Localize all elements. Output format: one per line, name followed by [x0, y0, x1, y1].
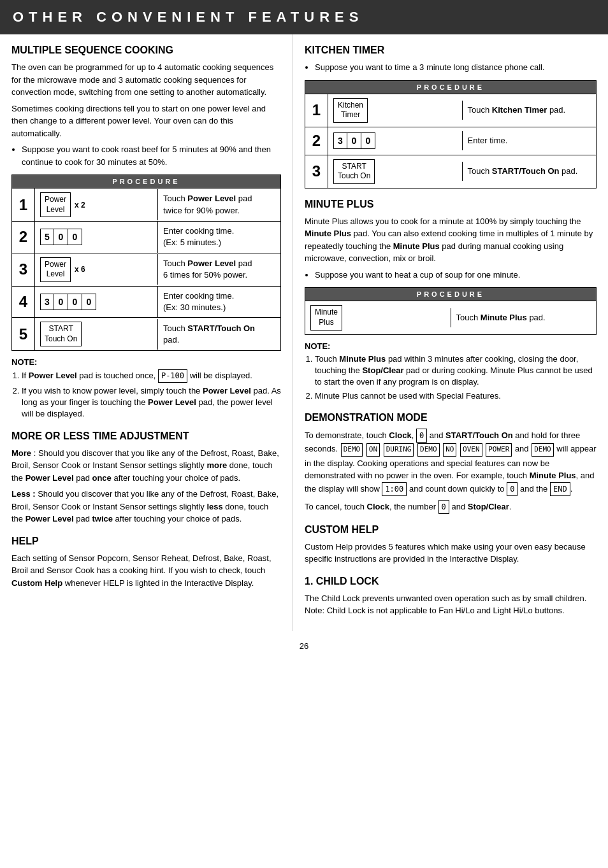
proc-action-2: 5 0 0 — [35, 225, 157, 249]
help-text: Each setting of Sensor Popcorn, Sensor R… — [11, 552, 281, 590]
bold-twice: twice — [92, 514, 113, 523]
bold-note-power-level-3: Power Level — [148, 397, 196, 407]
note-1: If Power Level pad is touched once, P-10… — [22, 369, 281, 383]
minute-bullets: Suppose you want to heat a cup of soup f… — [315, 269, 597, 281]
procedure-box-seq: PROCEDURE 1 PowerLevel x 2 Touch Power L… — [11, 174, 281, 351]
power-level-pad-1: PowerLevel — [40, 192, 71, 217]
bold-start-touch-on-kitchen: START/Touch On — [492, 166, 560, 176]
section-minute-plus: MINUTE PLUS — [305, 199, 597, 210]
multiplier-1: x 2 — [75, 201, 85, 210]
page-header: OTHER CONVENIENT FEATURES — [0, 0, 608, 34]
kitchen-digit-3: 3 — [333, 132, 347, 149]
less-text: Less : Should you discover that you like… — [11, 488, 281, 525]
bold-minute-plus-2: Minute Plus — [393, 241, 440, 251]
demo-p1: To demonstrate, touch Clock, 0 and START… — [305, 429, 597, 496]
proc-num-3: 3 — [12, 253, 35, 286]
demo-box-power: POWER — [486, 443, 512, 457]
bold-start-touch-on: START/Touch On — [187, 324, 255, 333]
page: OTHER CONVENIENT FEATURES MULTIPLE SEQUE… — [0, 0, 608, 651]
procedure-header-kitchen: PROCEDURE — [305, 81, 596, 94]
proc-action-1: PowerLevel x 2 — [35, 189, 157, 221]
proc-action-4: 3 0 0 0 — [35, 290, 157, 314]
procedure-box-kitchen: PROCEDURE 1 KitchenTimer Touch Kitchen T… — [305, 80, 597, 189]
kitchen-proc-action-3: STARTTouch On — [328, 155, 462, 188]
kitchen-digit-0b: 0 — [361, 132, 375, 149]
content-area: MULTIPLE SEQUENCE COOKING The oven can b… — [0, 34, 608, 631]
kitchen-proc-row-3: 3 STARTTouch On Touch START/Touch On pad… — [305, 155, 596, 188]
note-title-minute: NOTE: — [305, 341, 597, 351]
digit-0c: 0 — [54, 294, 68, 310]
section-multiple-sequence: MULTIPLE SEQUENCE COOKING — [11, 45, 281, 56]
kitchen-proc-num-3: 3 — [305, 155, 328, 188]
proc-row-1: 1 PowerLevel x 2 Touch Power Level padtw… — [12, 188, 280, 221]
proc-action-5: STARTTouch On — [35, 318, 157, 350]
note-title-seq: NOTE: — [11, 357, 281, 367]
note-list-seq: If Power Level pad is touched once, P-10… — [22, 369, 281, 420]
demo-box-during: DURING — [384, 443, 414, 457]
minute-proc-action-1: MinutePlus — [305, 301, 451, 334]
kitchen-proc-row-1: 1 KitchenTimer Touch Kitchen Timer pad. — [305, 94, 596, 127]
proc-num-5: 5 — [12, 318, 35, 350]
section-custom-help: CUSTOM HELP — [305, 524, 597, 536]
more-text: More : Should you discover that you like… — [11, 447, 281, 485]
proc-num-1: 1 — [12, 189, 35, 221]
demo-box-oven: OVEN — [460, 443, 482, 457]
demo-display-end: END — [550, 482, 570, 496]
bold-power-level-1: Power Level — [187, 194, 236, 203]
bold-kitchen-timer: Kitchen Timer — [492, 105, 547, 115]
digit-boxes-4: 3 0 0 0 — [40, 294, 96, 310]
kitchen-bullet: Suppose you want to time a 3 minute long… — [315, 61, 597, 74]
kitchen-proc-desc-1: Touch Kitchen Timer pad. — [462, 101, 597, 120]
bold-minute-plus-demo: Minute Plus — [530, 471, 576, 480]
kitchen-proc-action-2: 3 0 0 — [328, 129, 462, 153]
bold-once: once — [92, 473, 111, 483]
digit-0a: 0 — [54, 229, 68, 245]
bold-stop-clear: Stop/Clear — [362, 366, 403, 375]
bold-minute-plus-1: Minute Plus — [305, 229, 351, 238]
bold-note-power-level: Power Level — [29, 371, 77, 380]
bold-power-level-more: Power Level — [25, 473, 74, 483]
multiplier-3: x 6 — [75, 265, 85, 274]
bold-more: More — [11, 448, 31, 458]
note-minute: NOTE: Touch Minute Plus pad within 3 min… — [305, 341, 597, 402]
kitchen-proc-action-1: KitchenTimer — [328, 94, 462, 127]
proc-action-3: PowerLevel x 6 — [35, 253, 157, 286]
minute-bullet: Suppose you want to heat a cup of soup f… — [315, 269, 597, 281]
minute-note-2: Minute Plus cannot be used with Special … — [315, 390, 597, 402]
proc-num-2: 2 — [12, 222, 35, 252]
demo-display-0: 0 — [507, 482, 518, 496]
proc-row-2: 2 5 0 0 Enter cooking time.(Ex: 5 minute… — [12, 221, 280, 252]
digit-5: 5 — [40, 229, 54, 245]
bold-less-2: less — [206, 502, 222, 511]
seq-p1: The oven can be programmed for up to 4 a… — [11, 61, 281, 99]
section-demo: DEMONSTRATION MODE — [305, 412, 597, 423]
kitchen-digit-0a: 0 — [347, 132, 361, 149]
proc-desc-3: Touch Power Level pad6 times for 50% pow… — [157, 254, 280, 285]
bold-stop-clear-2: Stop/Clear — [468, 502, 509, 511]
note-seq: NOTE: If Power Level pad is touched once… — [11, 357, 281, 420]
demo-box-demo1: DEMO — [341, 443, 363, 457]
page-number: 26 — [0, 641, 608, 651]
bold-less: Less : — [11, 489, 36, 499]
note-2: If you wish to know power level, simply … — [22, 385, 281, 420]
section-child-lock: 1. CHILD LOCK — [305, 576, 597, 587]
proc-row-3: 3 PowerLevel x 6 Touch Power Level pad6 … — [12, 253, 280, 286]
child-text: The Child Lock prevents unwanted oven op… — [305, 592, 597, 617]
minute-p1: Minute Plus allows you to cook for a min… — [305, 215, 597, 265]
bold-note-power-level-2: Power Level — [203, 386, 251, 395]
seq-bullet-1: Suppose you want to cook roast beef for … — [22, 143, 281, 168]
minute-plus-pad: MinutePlus — [310, 305, 342, 330]
minute-proc-desc-1: Touch Minute Plus pad. — [451, 308, 597, 327]
bold-clock: Clock — [389, 430, 411, 440]
left-column: MULTIPLE SEQUENCE COOKING The oven can b… — [0, 34, 293, 631]
kitchen-proc-num-2: 2 — [305, 127, 328, 155]
proc-desc-4: Enter cooking time.(Ex: 30 minutes.) — [157, 287, 280, 317]
proc-desc-1: Touch Power Level padtwice for 90% power… — [157, 189, 280, 220]
procedure-box-minute: PROCEDURE MinutePlus Touch Minute Plus p… — [305, 287, 597, 334]
demo-zero-val: 0 — [416, 429, 427, 443]
kitchen-start-pad: STARTTouch On — [333, 159, 375, 184]
minute-proc-row-1: MinutePlus Touch Minute Plus pad. — [305, 301, 596, 334]
procedure-header-minute: PROCEDURE — [305, 288, 596, 301]
bold-minute-plus-3: Minute Plus — [481, 313, 527, 322]
demo-box-no: NO — [443, 443, 456, 457]
